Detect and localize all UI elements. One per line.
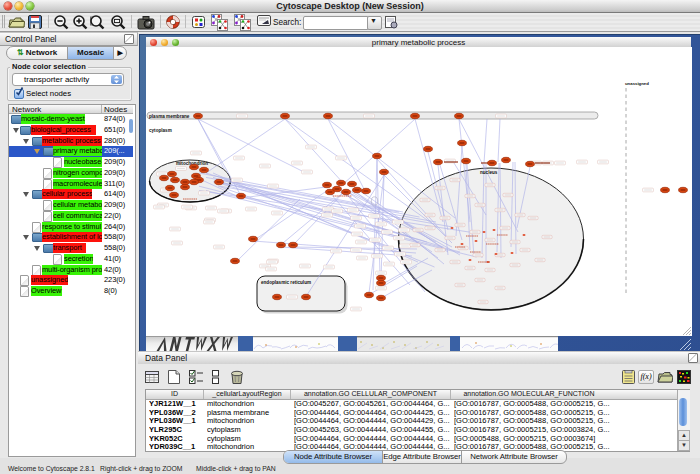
svg-text:unassigned: unassigned bbox=[625, 81, 649, 86]
svg-text:plasma membrane: plasma membrane bbox=[149, 114, 190, 119]
svg-text:cytoplasm: cytoplasm bbox=[149, 128, 172, 133]
svg-text:endoplasmic reticulum: endoplasmic reticulum bbox=[261, 280, 311, 285]
svg-text:nucleus: nucleus bbox=[480, 170, 498, 175]
